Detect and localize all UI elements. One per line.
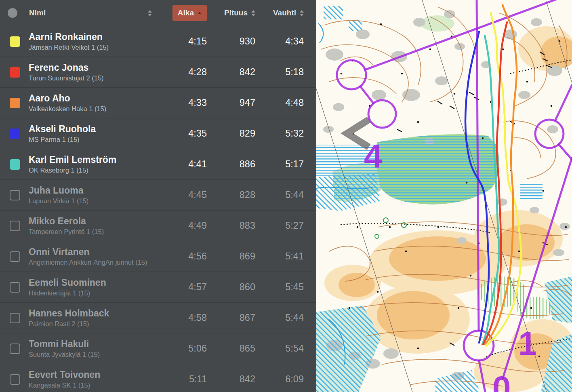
runner-name: Ferenc Jonas [29, 62, 104, 73]
runner-length: 842 [207, 67, 255, 78]
runner-length: 829 [207, 128, 255, 139]
sort-icon-length[interactable] [251, 10, 255, 16]
length-column-header: Pituus [207, 8, 255, 17]
runner-color-checkbox[interactable] [10, 98, 20, 108]
runner-name: Hannes Holmback [29, 308, 109, 318]
runner-club: Lapuan Virkiä 1 (15) [29, 197, 88, 205]
runner-length: 867 [207, 312, 255, 323]
sort-down-icon [300, 14, 304, 16]
time-column-header: Aika [158, 5, 207, 21]
runner-row[interactable]: Eemeli Suominen Hiidenkiertäjät 1 (15) 4… [0, 272, 316, 302]
runner-row[interactable]: Aaro Aho Valkeakosken Haka 1 (15) 4:33 9… [0, 87, 316, 118]
runner-name: Eemeli Suominen [29, 277, 106, 288]
runner-color-checkbox[interactable] [10, 221, 20, 231]
runner-club: Suunta Jyväskylä 1 (15) [29, 351, 100, 358]
sort-icon-pace[interactable] [300, 10, 304, 16]
runner-name-cell: Aarni Ronkainen Jämsän Retki-Veikot 1 (1… [0, 32, 158, 51]
column-header-name[interactable]: Nimi [29, 8, 46, 17]
column-header-length[interactable]: Pituus [224, 8, 248, 17]
runner-table-body: Aarni Ronkainen Jämsän Retki-Veikot 1 (1… [0, 26, 316, 392]
runner-club: Hiidenkiertäjät 1 (15) [29, 289, 106, 297]
control-number-4: 4 [364, 137, 383, 174]
runner-time: 4:35 [158, 128, 207, 139]
runner-pace: 5:54 [255, 343, 304, 354]
sort-up-icon [148, 10, 152, 13]
runner-name: Juha Luoma [29, 185, 88, 196]
runner-club: Tampereen Pyrintö 1 (15) [29, 228, 104, 236]
runner-length: 883 [207, 220, 255, 231]
runner-name-cell: Hannes Holmback Paimion Rasti 2 (15) [0, 308, 158, 328]
runner-color-checkbox[interactable] [10, 344, 20, 354]
sort-asc-icon [198, 12, 202, 14]
time-header-label: Aika [178, 8, 194, 17]
runner-row[interactable]: Tommi Hakuli Suunta Jyväskylä 1 (15) 5:0… [0, 333, 316, 364]
runner-pace: 5:27 [255, 220, 304, 231]
runner-color-checkbox[interactable] [10, 129, 20, 139]
runner-row[interactable]: Karl Emil Lemström OK Raseborg 1 (15) 4:… [0, 149, 316, 179]
runner-row[interactable]: Hannes Holmback Paimion Rasti 2 (15) 4:5… [0, 302, 316, 333]
runner-length: 930 [207, 36, 255, 47]
runner-name-cell: Akseli Ruohola MS Parma 1 (15) [0, 124, 158, 143]
runner-name: Karl Emil Lemström [29, 154, 116, 165]
runner-pace: 5:45 [255, 282, 304, 293]
runner-time: 4:56 [158, 251, 207, 262]
runner-row[interactable]: Aarni Ronkainen Jämsän Retki-Veikot 1 (1… [0, 26, 316, 57]
runner-name: Akseli Ruohola [29, 124, 96, 134]
column-header-pace[interactable]: Vauhti [273, 8, 296, 17]
sort-up-icon [251, 10, 255, 13]
runner-color-checkbox[interactable] [10, 282, 20, 293]
runner-name: Mikko Eerola [29, 216, 104, 226]
control-number-0: 0 [492, 369, 511, 392]
runner-time: 5:11 [158, 374, 207, 385]
runner-name: Tommi Hakuli [29, 339, 100, 349]
runner-length: 828 [207, 190, 255, 200]
runner-time: 4:57 [158, 282, 207, 293]
runner-color-checkbox[interactable] [10, 251, 20, 262]
runner-name-cell: Eemeli Suominen Hiidenkiertäjät 1 (15) [0, 277, 158, 297]
sort-down-icon [148, 14, 152, 16]
runner-length: 860 [207, 282, 255, 293]
runner-name: Aarni Ronkainen [29, 32, 109, 42]
runner-time: 4:33 [158, 97, 207, 108]
select-all-toggle[interactable] [8, 8, 17, 18]
runner-name-cell: Aaro Aho Valkeakosken Haka 1 (15) [0, 93, 158, 113]
runner-pace: 5:18 [255, 67, 304, 78]
runner-club: Angelniemen Ankkuri-AngAn junnut (15) [29, 259, 147, 266]
orienteering-map[interactable]: 4 1 0 [316, 0, 572, 392]
runner-row[interactable]: Eevert Toivonen Kangasala SK 1 (15) 5:11… [0, 364, 316, 392]
runner-club: Jämsän Retki-Veikot 1 (15) [29, 44, 109, 51]
runner-length: 842 [207, 374, 255, 385]
runner-list-panel: Nimi Aika Pituus Vauhti Aarni Ronkainen … [0, 0, 316, 392]
runner-color-checkbox[interactable] [10, 190, 20, 200]
runner-color-checkbox[interactable] [10, 159, 20, 170]
runner-color-checkbox[interactable] [10, 374, 20, 385]
runner-time: 5:06 [158, 343, 207, 354]
runner-pace: 6:09 [255, 374, 304, 385]
runner-time: 4:49 [158, 220, 207, 231]
runner-length: 886 [207, 159, 255, 170]
runner-row[interactable]: Onni Virtanen Angelniemen Ankkuri-AngAn … [0, 241, 316, 272]
runner-length: 869 [207, 251, 255, 262]
runner-name: Aaro Aho [29, 93, 106, 103]
runner-color-checkbox[interactable] [10, 67, 20, 78]
runner-row[interactable]: Juha Luoma Lapuan Virkiä 1 (15) 4:45 828… [0, 179, 316, 210]
runner-name-cell: Mikko Eerola Tampereen Pyrintö 1 (15) [0, 216, 158, 236]
runner-pace: 4:48 [255, 97, 304, 108]
runner-pace: 5:44 [255, 312, 304, 323]
runner-row[interactable]: Akseli Ruohola MS Parma 1 (15) 4:35 829 … [0, 118, 316, 149]
map-panel[interactable]: 4 1 0 [316, 0, 572, 392]
table-header: Nimi Aika Pituus Vauhti [0, 0, 316, 26]
runner-row[interactable]: Ferenc Jonas Turun Suunnistajat 2 (15) 4… [0, 57, 316, 87]
sort-down-icon [251, 14, 255, 16]
sort-up-icon [300, 10, 304, 13]
runner-color-checkbox[interactable] [10, 313, 20, 323]
runner-pace: 5:41 [255, 251, 304, 262]
runner-name-cell: Tommi Hakuli Suunta Jyväskylä 1 (15) [0, 339, 158, 358]
name-column-header: Nimi [0, 0, 158, 26]
runner-name: Onni Virtanen [29, 247, 147, 257]
runner-row[interactable]: Mikko Eerola Tampereen Pyrintö 1 (15) 4:… [0, 210, 316, 241]
column-header-time[interactable]: Aika [172, 5, 207, 21]
sort-icon-name[interactable] [148, 10, 152, 16]
runner-club: Turun Suunnistajat 2 (15) [29, 74, 104, 82]
runner-color-checkbox[interactable] [10, 36, 20, 47]
